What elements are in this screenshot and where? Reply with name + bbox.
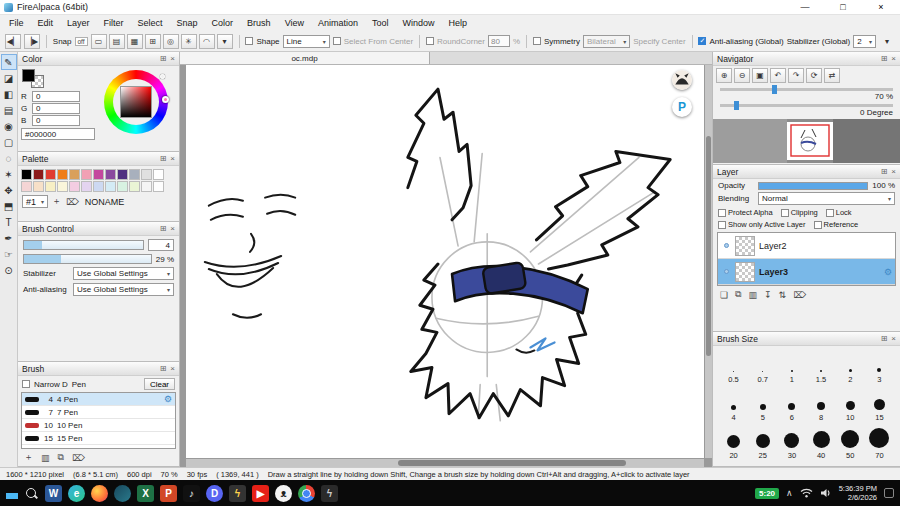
palette-swatch[interactable] (45, 181, 56, 192)
obs-icon[interactable] (114, 485, 131, 502)
palette-swatch[interactable] (21, 169, 32, 180)
search-icon[interactable] (25, 487, 38, 500)
palette-swatch[interactable] (105, 169, 116, 180)
delete-brush-icon[interactable]: ⌦ (72, 453, 85, 463)
vertical-scrollbar[interactable] (705, 65, 712, 458)
select-from-center-checkbox[interactable]: Select From Center (333, 37, 413, 46)
round-corner-input[interactable] (488, 35, 510, 47)
brush-size-option[interactable]: 4 (719, 386, 748, 422)
zoom-out-icon[interactable]: ⊖ (734, 68, 750, 83)
excel-icon[interactable]: X (137, 485, 154, 502)
dock-panel-icon[interactable]: ⊞ (160, 224, 167, 233)
new-layer-icon[interactable]: ❏ (720, 289, 728, 300)
palette-swatch[interactable] (45, 169, 56, 180)
reset-view-icon[interactable]: ⟳ (806, 68, 822, 83)
brush-list-item[interactable]: 15 15 Pen ⚙ (22, 432, 175, 445)
canvas-drawing[interactable] (186, 65, 704, 458)
palette-swatch[interactable] (153, 169, 164, 180)
toolbar-overflow-icon[interactable]: ▾ (879, 34, 895, 49)
specify-center-button[interactable]: Specify Center (633, 37, 685, 46)
brush-list-item[interactable]: 10 10 Pen ⚙ (22, 419, 175, 432)
menu-item[interactable]: Tool (365, 18, 396, 28)
minimize-button[interactable]: — (786, 0, 824, 14)
canvas[interactable]: P (186, 65, 704, 458)
snap-parallel-icon[interactable]: ▭ (91, 34, 107, 49)
firefox-icon[interactable] (91, 485, 108, 502)
brush-opacity-slider[interactable] (23, 254, 152, 264)
tool-dot-pen[interactable]: ◉ (1, 118, 17, 134)
tool-magic-wand[interactable]: ✶ (1, 166, 17, 182)
narrow-down-checkbox[interactable] (22, 380, 30, 388)
chrome-icon[interactable] (298, 485, 315, 502)
snap-off-toggle[interactable]: off (75, 37, 88, 46)
navigator-preview[interactable] (713, 119, 900, 163)
tray-chevron-icon[interactable]: ∧ (786, 488, 793, 498)
tool-bucket[interactable]: ◧ (1, 86, 17, 102)
palette-swatch[interactable] (57, 169, 68, 180)
brush-size-option[interactable]: 15 (865, 386, 894, 422)
snap-curve-icon[interactable]: ◠ (199, 34, 215, 49)
brush-size-slider[interactable] (23, 240, 144, 250)
palette-swatch[interactable] (21, 181, 32, 192)
snap-circle-icon[interactable]: ◎ (163, 34, 179, 49)
tool-move[interactable]: ✥ (1, 182, 17, 198)
palette-swatch[interactable] (141, 181, 152, 192)
tool-transform[interactable]: ⬒ (1, 198, 17, 214)
add-palette-icon[interactable]: ＋ (52, 195, 61, 208)
rotate-ccw-icon[interactable]: ↶ (770, 68, 786, 83)
red-value-field[interactable]: 0 (32, 91, 80, 102)
rotation-slider-knob[interactable] (734, 101, 739, 110)
checkbox[interactable] (814, 221, 822, 229)
checkbox[interactable] (718, 209, 726, 217)
brush-list-item[interactable]: 7 7 Pen ⚙ (22, 406, 175, 419)
layer-visibility-toggle[interactable] (721, 269, 731, 274)
layer-option-checkbox[interactable]: Show only Active Layer (718, 220, 806, 229)
horizontal-scrollbar[interactable] (186, 459, 704, 467)
green-value-field[interactable]: 0 (32, 103, 80, 114)
layer-option-checkbox[interactable]: Lock (826, 208, 852, 217)
start-button[interactable] (6, 487, 18, 499)
shape-checkbox[interactable]: Shape (245, 37, 279, 46)
layer-settings-icon[interactable]: ⚙ (884, 267, 892, 277)
menu-item[interactable]: File (2, 18, 31, 28)
brush-size-option[interactable]: 0.5 (719, 348, 748, 384)
dock-panel-icon[interactable]: ⊞ (160, 364, 167, 373)
powerpoint-icon[interactable]: P (160, 485, 177, 502)
tool-hand[interactable]: ☞ (1, 246, 17, 262)
close-panel-icon[interactable]: × (891, 54, 896, 63)
palette-swatch[interactable] (129, 181, 140, 192)
brush-size-option[interactable]: 6 (777, 386, 806, 422)
layer-opacity-slider[interactable] (758, 182, 868, 190)
dock-panel-icon[interactable]: ⊞ (160, 54, 167, 63)
close-panel-icon[interactable]: × (891, 334, 896, 343)
rotate-cw-icon[interactable]: ↷ (788, 68, 804, 83)
discord-icon[interactable]: D (206, 485, 223, 502)
checkbox[interactable] (245, 37, 253, 45)
dock-panel-icon[interactable]: ⊞ (881, 167, 888, 176)
taskbar-clock[interactable]: 5:36:39 PM 2/6/2026 (839, 484, 877, 503)
tool-gradient[interactable]: ▤ (1, 102, 17, 118)
brush-size-option[interactable]: 25 (748, 424, 777, 460)
hscroll-thumb[interactable] (398, 460, 626, 466)
blue-value-field[interactable]: 0 (32, 115, 80, 126)
snap-grid-icon[interactable]: ▦ (127, 34, 143, 49)
dock-panel-icon[interactable]: ⊞ (881, 54, 888, 63)
checkbox[interactable] (533, 37, 541, 45)
menu-item[interactable]: Edit (31, 18, 61, 28)
saturation-value-square[interactable] (120, 86, 152, 118)
tiktok-icon[interactable]: ♪ (183, 485, 200, 502)
hex-color-field[interactable]: #000000 (21, 128, 95, 140)
brush-size-option[interactable]: 30 (777, 424, 806, 460)
brush-size-option[interactable]: 50 (836, 424, 865, 460)
tool-eyedropper[interactable]: ✒ (1, 230, 17, 246)
palette-swatch[interactable] (81, 169, 92, 180)
firealpaca-icon[interactable]: ᴥ (275, 485, 292, 502)
layer-option-checkbox[interactable]: Protect Alpha (718, 208, 773, 217)
palette-swatch[interactable] (153, 181, 164, 192)
merge-down-icon[interactable]: ↧ (764, 289, 772, 300)
palette-swatch[interactable] (141, 169, 152, 180)
checkbox[interactable] (826, 209, 834, 217)
anti-aliasing-global-checkbox[interactable]: Anti-aliasing (Global) (698, 37, 783, 46)
notification-icon[interactable] (884, 488, 894, 498)
brush-list-item[interactable]: 4 4 Pen ⚙ (22, 393, 175, 406)
